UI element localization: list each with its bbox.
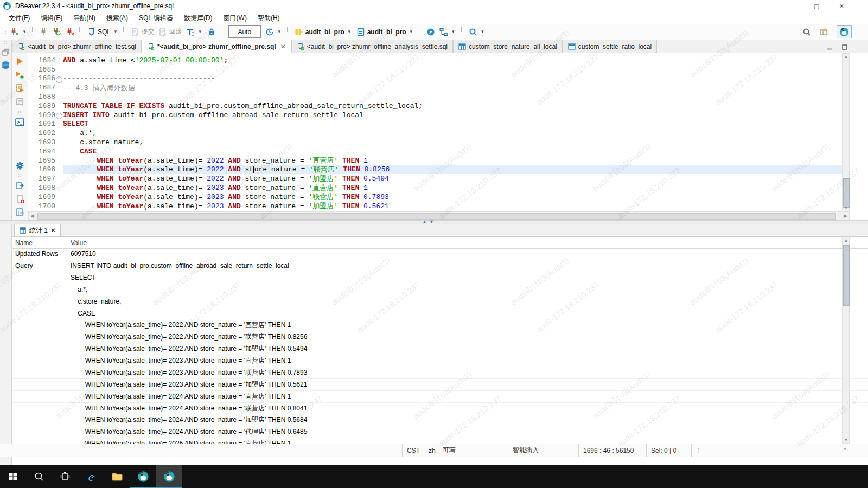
- cell-name[interactable]: [12, 414, 66, 426]
- cell-name[interactable]: [12, 438, 66, 444]
- code-line-1696[interactable]: 1696 WHEN toYear(a.sale_time)= 2022 AND …: [28, 165, 850, 175]
- dbeaver-taskbar-button-active[interactable]: [156, 465, 182, 488]
- search-icon[interactable]: [802, 27, 812, 37]
- statistics-tab-close-icon[interactable]: ✕: [50, 227, 56, 234]
- start-button[interactable]: [0, 465, 26, 488]
- new-connection-button[interactable]: ▼: [8, 25, 29, 38]
- menu-item-1[interactable]: 编辑(E): [35, 12, 68, 24]
- reconnect-button[interactable]: [50, 25, 63, 38]
- code-line-1689[interactable]: 1689TRUNCATE TABLE IF EXISTS audit_bi_pr…: [28, 101, 850, 111]
- table-row[interactable]: c.store_nature,: [12, 296, 868, 308]
- menu-item-3[interactable]: 搜索(A): [101, 12, 133, 24]
- cell-name[interactable]: [12, 284, 66, 296]
- editor-horizontal-scrollbar[interactable]: ◀ ▶: [28, 211, 850, 220]
- editor-scrollbar-thumb[interactable]: [843, 178, 850, 208]
- editor-tab-3[interactable]: custom_store_nature_all_local: [453, 40, 563, 53]
- cell-value[interactable]: WHEN toYear(a.sale_time)= 2025 AND store…: [66, 438, 321, 444]
- cell-name[interactable]: [12, 307, 66, 319]
- editor-tab-2[interactable]: <audit_bi_pro> zhumr_offline_analysis_se…: [291, 40, 453, 53]
- code-line-1700[interactable]: 1700 WHEN toYear(a.sale_time)= 2023 AND …: [28, 202, 850, 211]
- table-row[interactable]: CASE: [12, 307, 868, 319]
- scroll-up-arrow[interactable]: ▲: [843, 238, 850, 243]
- scroll-down-arrow[interactable]: ▼: [843, 438, 850, 442]
- code-line-1687[interactable]: 1687-- 4.3 插入海外数据: [28, 83, 850, 92]
- database-navigator-icon[interactable]: [1, 60, 11, 70]
- task-view-button[interactable]: [52, 465, 78, 488]
- cell-name[interactable]: [12, 379, 66, 390]
- statistics-tab[interactable]: 统计 1 ✕: [14, 224, 61, 236]
- menu-item-4[interactable]: SQL 编辑器: [133, 12, 178, 24]
- commit-button[interactable]: 提交: [129, 25, 156, 38]
- tab-close-icon[interactable]: ✕: [280, 43, 286, 50]
- status-segment-5[interactable]: Sel: 0 | 0: [647, 444, 692, 457]
- code-line-1691[interactable]: 1691SELECT: [28, 120, 850, 129]
- cell-value[interactable]: WHEN toYear(a.sale_time)= 2023 AND store…: [66, 367, 321, 378]
- cell-name[interactable]: [12, 319, 66, 331]
- cell-name[interactable]: [12, 426, 66, 438]
- quick-search-button[interactable]: ▼: [467, 25, 488, 38]
- column-header-name[interactable]: Name: [12, 237, 66, 248]
- execute-new-tab-icon[interactable]: [15, 70, 25, 80]
- editor-tab-0[interactable]: <audit_bi_pro> zhumr_offline_test.sql: [12, 40, 142, 53]
- cell-value[interactable]: WHEN toYear(a.sale_time)= 2024 AND store…: [66, 403, 321, 414]
- gear-icon[interactable]: [15, 160, 25, 170]
- cell-name[interactable]: [12, 331, 66, 343]
- sql-code-editor[interactable]: 1684AND a.sale_time <'2025-07-01 00:00:0…: [28, 53, 850, 211]
- editor-hscrollbar-thumb[interactable]: [37, 213, 836, 220]
- maximize-button[interactable]: ▢: [804, 0, 829, 12]
- connection-selector[interactable]: audit_bi_pro▼: [292, 25, 354, 38]
- table-row[interactable]: QueryINSERT INTO audit_bi_pro.custom_off…: [12, 260, 868, 272]
- commit-mode-button[interactable]: Auto: [228, 25, 261, 38]
- cell-name[interactable]: [12, 367, 66, 378]
- transaction-log-button[interactable]: ▼: [184, 25, 205, 38]
- code-line-1699[interactable]: 1699 WHEN toYear(a.sale_time)= 2023 AND …: [28, 192, 850, 202]
- cell-name[interactable]: [12, 403, 66, 414]
- menu-item-2[interactable]: 导航(N): [68, 12, 101, 24]
- cell-value[interactable]: SELECT: [66, 272, 321, 284]
- execute-statement-icon[interactable]: [15, 56, 25, 66]
- compass-button[interactable]: [424, 25, 437, 38]
- cell-name[interactable]: Updated Rows: [12, 248, 66, 260]
- restore-panel-icon[interactable]: [1, 47, 11, 57]
- cell-name[interactable]: [12, 355, 66, 367]
- cell-value[interactable]: WHEN toYear(a.sale_time)= 2024 AND store…: [66, 391, 321, 402]
- rollback-button[interactable]: 回滚: [156, 25, 184, 38]
- file-explorer-button[interactable]: [104, 465, 130, 488]
- table-row[interactable]: WHEN toYear(a.sale_time)= 2023 AND store…: [12, 367, 868, 379]
- menu-item-7[interactable]: 帮助(H): [252, 12, 285, 24]
- status-segment-1[interactable]: zh: [424, 444, 438, 457]
- cell-name[interactable]: [12, 343, 66, 355]
- table-row[interactable]: WHEN toYear(a.sale_time)= 2022 AND store…: [12, 331, 868, 343]
- editor-results-splitter[interactable]: [0, 220, 868, 224]
- internet-explorer-button[interactable]: e: [78, 465, 104, 488]
- schema-selector[interactable]: audit_bi_pro▼: [354, 25, 416, 38]
- cell-value[interactable]: WHEN toYear(a.sale_time)= 2023 AND store…: [66, 379, 321, 390]
- code-line-1697[interactable]: 1697 WHEN toYear(a.sale_time)= 2022 AND …: [28, 174, 850, 183]
- table-row[interactable]: WHEN toYear(a.sale_time)= 2024 AND store…: [12, 391, 868, 403]
- table-row[interactable]: WHEN toYear(a.sale_time)= 2022 AND store…: [12, 319, 868, 331]
- cell-value[interactable]: WHEN toYear(a.sale_time)= 2022 AND store…: [66, 331, 321, 343]
- code-line-1690[interactable]: 1690−INSERT INTO audit_bi_pro.custom_off…: [28, 111, 850, 120]
- scroll-down-arrow[interactable]: ▼: [843, 206, 850, 210]
- code-line-1686[interactable]: 1686−-----------------------------------…: [28, 74, 850, 84]
- status-overflow-icon[interactable]: ⋮: [692, 447, 705, 454]
- sql-editor-button[interactable]: SQL▼: [85, 25, 120, 38]
- er-diagram-button[interactable]: ▼: [437, 25, 458, 38]
- code-line-1688[interactable]: 1688------------------------------------: [28, 92, 850, 101]
- code-line-1694[interactable]: 1694 CASE: [28, 147, 850, 156]
- cell-value[interactable]: a.*,: [66, 284, 321, 296]
- open-perspective-icon[interactable]: [819, 27, 829, 37]
- taskbar-search-button[interactable]: [26, 465, 52, 488]
- status-segment-0[interactable]: CST: [403, 444, 424, 457]
- code-line-1695[interactable]: 1695 WHEN toYear(a.sale_time)= 2022 AND …: [28, 156, 850, 165]
- cell-value[interactable]: c.store_nature,: [66, 296, 321, 307]
- code-line-1698[interactable]: 1698 WHEN toYear(a.sale_time)= 2023 AND …: [28, 183, 850, 192]
- table-row[interactable]: WHEN toYear(a.sale_time)= 2022 AND store…: [12, 343, 868, 355]
- close-button[interactable]: ✕: [829, 0, 854, 12]
- menu-item-0[interactable]: 文件(F): [3, 12, 35, 24]
- cell-name[interactable]: [12, 391, 66, 402]
- table-row[interactable]: WHEN toYear(a.sale_time)= 2025 AND store…: [12, 438, 868, 444]
- column-header-value[interactable]: Value: [66, 237, 321, 248]
- cell-value[interactable]: WHEN toYear(a.sale_time)= 2022 AND store…: [66, 319, 321, 331]
- table-row[interactable]: WHEN toYear(a.sale_time)= 2024 AND store…: [12, 414, 868, 426]
